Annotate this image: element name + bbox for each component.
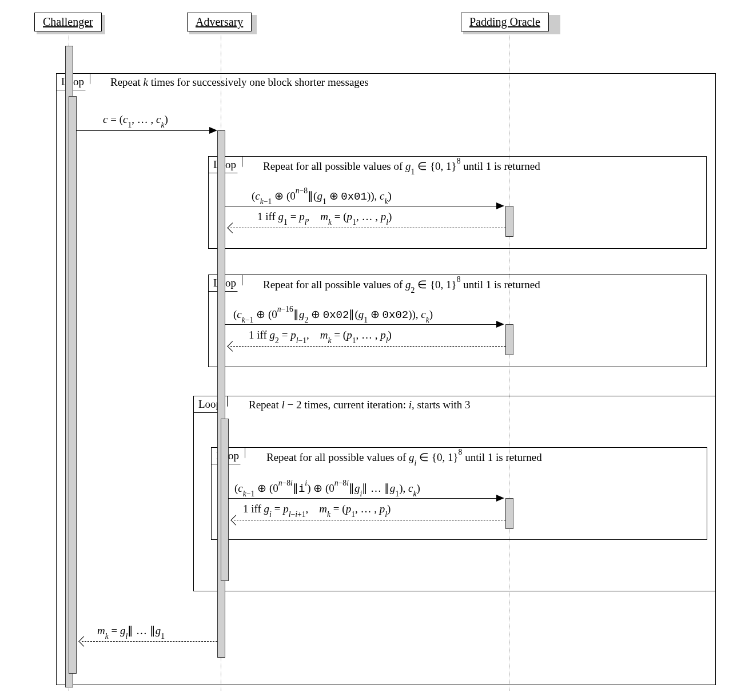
oracle-box: Padding Oracle bbox=[461, 13, 549, 31]
gi-resp-arrow bbox=[234, 520, 505, 520]
g1-loop-label: Loop bbox=[208, 156, 242, 173]
final-arrow bbox=[82, 641, 217, 642]
oracle-label: Padding Oracle bbox=[469, 15, 540, 28]
g1-resp-arrow bbox=[230, 228, 505, 228]
challenger-label: Challenger bbox=[43, 15, 93, 28]
adversary-label: Adversary bbox=[196, 15, 243, 28]
gi-loop-caption: Repeat for all possible values of gi ∈ {… bbox=[266, 450, 542, 466]
adversary-activation-inner bbox=[221, 419, 229, 581]
g2-loop-caption: Repeat for all possible values of g2 ∈ {… bbox=[263, 277, 540, 293]
g2-send-arrow bbox=[225, 324, 502, 325]
oracle-activation-2 bbox=[505, 324, 513, 355]
g2-resp-label: 1 iff g2 = pl−1, mk = (p1, … , pl) bbox=[249, 329, 392, 344]
oracle-activation-1 bbox=[505, 206, 513, 237]
ciphertext-label: c = (c1, … , ck) bbox=[103, 113, 168, 128]
g1-resp-label: 1 iff g1 = pl, mk = (p1, … , pl) bbox=[257, 210, 392, 225]
g1-send-arrow bbox=[225, 206, 502, 206]
final-label: mk = gl∥ … ∥g1 bbox=[97, 624, 165, 639]
gi-resp-label: 1 iff gi = pl−i+1, mk = (p1, … , pl) bbox=[243, 503, 391, 518]
g2-loop-label: Loop bbox=[208, 275, 242, 292]
g1-loop-caption: Repeat for all possible values of g1 ∈ {… bbox=[263, 159, 540, 175]
sequence-diagram: Challenger Adversary Padding Oracle Loop… bbox=[11, 11, 718, 698]
challenger-activation-inner bbox=[69, 96, 77, 674]
ciphertext-arrow-head bbox=[209, 127, 217, 134]
oracle-activation-3 bbox=[505, 498, 513, 529]
g2-send-arrow-head bbox=[496, 321, 504, 328]
outer-loop-label: Loop bbox=[56, 73, 90, 90]
ciphertext-arrow bbox=[76, 130, 215, 131]
outer-loop-caption: Repeat k times for successively one bloc… bbox=[110, 76, 369, 89]
gi-send-label: (ck−1 ⊕ (0n−8i∥ii) ⊕ (0n−8i∥gi∥ … ∥g1), … bbox=[234, 481, 420, 497]
gi-send-arrow-head bbox=[496, 495, 504, 502]
g2-send-label: (ck−1 ⊕ (0n−16∥g2 ⊕ 0x02∥(g1 ⊕ 0x02)), c… bbox=[233, 307, 433, 323]
lminus2-loop-caption: Repeat l − 2 times, current iteration: i… bbox=[249, 399, 470, 411]
challenger-box: Challenger bbox=[34, 13, 102, 31]
adversary-box: Adversary bbox=[187, 13, 252, 31]
g2-resp-arrow bbox=[230, 346, 505, 347]
g1-send-label: (ck−1 ⊕ (0n−8∥(g1 ⊕ 0x01)), ck) bbox=[252, 189, 392, 205]
gi-send-arrow bbox=[228, 498, 502, 499]
g1-send-arrow-head bbox=[496, 202, 504, 209]
